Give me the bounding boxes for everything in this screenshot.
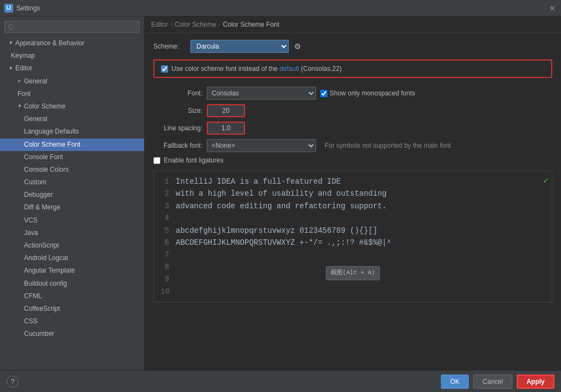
- size-input[interactable]: [207, 104, 245, 117]
- line-spacing-input[interactable]: [207, 122, 245, 135]
- sidebar-item-console-colors[interactable]: Console Colors: [0, 164, 144, 176]
- sidebar-item-label: Console Colors: [24, 165, 69, 175]
- preview-wrapper: ✓ 1IntelliJ IDEA is a full-featured IDE2…: [153, 171, 552, 303]
- line-number: 10: [160, 286, 170, 298]
- sidebar-item-label: Language Defaults: [24, 126, 79, 137]
- sidebar: ▼Appearance & BehaviorKeymap▼Editor►Gene…: [0, 16, 145, 370]
- expand-triangle-icon: ▼: [9, 65, 13, 73]
- apply-button[interactable]: Apply: [517, 375, 554, 389]
- scheme-label: Scheme:: [153, 43, 186, 50]
- line-number: 6: [160, 237, 169, 249]
- sidebar-item-label: CSS: [24, 316, 38, 327]
- sidebar-item-editor[interactable]: ▼Editor: [0, 62, 144, 75]
- sidebar-item-label: CoffeeScript: [24, 304, 60, 314]
- sidebar-item-appearance-behavior[interactable]: ▼Appearance & Behavior: [0, 37, 144, 50]
- sidebar-item-label: Android Logcat: [24, 253, 68, 263]
- ok-button[interactable]: OK: [441, 375, 469, 389]
- preview-line: 6ABCDEFGHIJKLMNOPQRSTUVWXYZ +-*/= .,;:!?…: [160, 237, 545, 249]
- preview-line: 7: [160, 249, 545, 261]
- sidebar-item-console-font[interactable]: Console Font: [0, 151, 144, 164]
- help-button[interactable]: ?: [7, 376, 19, 388]
- sidebar-item-keymap[interactable]: Keymap: [0, 50, 144, 62]
- fallback-font-label: Fallback font:: [153, 142, 202, 149]
- preview-line: 4: [160, 212, 545, 224]
- use-font-checkbox[interactable]: [161, 65, 168, 73]
- line-number: 5: [160, 225, 169, 237]
- title-bar-left: IJ Settings: [4, 4, 40, 13]
- sidebar-item-language-defaults[interactable]: Language Defaults: [0, 125, 144, 138]
- sidebar-item-label: Custom: [24, 177, 46, 188]
- sidebar-item-diff-merge[interactable]: Diff & Merge: [0, 201, 144, 214]
- sidebar-item-cfml[interactable]: CFML: [0, 290, 144, 303]
- sidebar-item-cucumber[interactable]: Cucumber: [0, 328, 144, 340]
- sidebar-item-css[interactable]: CSS: [0, 315, 144, 328]
- line-number: 1: [160, 176, 169, 188]
- sidebar-item-font[interactable]: Font: [0, 88, 144, 100]
- sidebar-item-color-scheme-font[interactable]: Color Scheme Font: [0, 138, 144, 151]
- line-number: 4: [160, 212, 169, 224]
- line-code: abcdefghijklmnopqrstuvwxyz 0123456789 ()…: [176, 225, 378, 237]
- line-number: 2: [160, 188, 169, 200]
- preview-area: ✓ 1IntelliJ IDEA is a full-featured IDE2…: [153, 171, 552, 303]
- line-number: 8: [160, 261, 169, 273]
- close-button[interactable]: ✕: [548, 4, 557, 13]
- button-group: OK Cancel Apply: [441, 375, 554, 389]
- line-number: 3: [160, 200, 169, 212]
- content-area: Editor › Color Scheme › Color Scheme Fon…: [145, 16, 561, 370]
- line-number: 9: [160, 273, 169, 285]
- bottom-bar: ? OK Cancel Apply: [0, 370, 561, 392]
- sidebar-item-vcs[interactable]: VCS: [0, 214, 144, 227]
- sidebar-item-custom[interactable]: Custom: [0, 176, 144, 189]
- use-font-label: Use color scheme font instead of the def…: [171, 65, 342, 73]
- sidebar-item-buildout-config[interactable]: Buildout config: [0, 278, 144, 290]
- use-font-box: Use color scheme font instead of the def…: [153, 59, 552, 78]
- preview-line: 3advanced code editing and refactoring s…: [160, 200, 545, 212]
- sidebar-item-label: Color Scheme: [24, 101, 65, 112]
- size-row: Size:: [153, 104, 552, 117]
- enable-ligatures-row: Enable font ligatures: [153, 156, 552, 164]
- sidebar-item-label: General: [24, 76, 47, 87]
- sidebar-item-label: Angular Template: [24, 266, 75, 276]
- cancel-button[interactable]: Cancel: [473, 375, 512, 389]
- line-code: advanced code editing and refactoring su…: [176, 200, 386, 212]
- sidebar-item-android-logcat[interactable]: Android Logcat: [0, 252, 144, 264]
- breadcrumb-color-scheme: Color Scheme: [175, 21, 216, 28]
- app-icon: IJ: [4, 4, 13, 13]
- sidebar-item-label: Cucumber: [24, 329, 54, 339]
- breadcrumb: Editor › Color Scheme › Color Scheme Fon…: [145, 16, 561, 33]
- sidebar-item-label: Diff & Merge: [24, 202, 60, 213]
- sidebar-item-label: Keymap: [11, 51, 35, 61]
- sidebar-item-angular-template[interactable]: Angular Template: [0, 264, 144, 277]
- monospaced-checkbox[interactable]: [320, 90, 327, 97]
- expand-triangle-icon: ►: [17, 78, 22, 85]
- ligatures-checkbox[interactable]: [153, 157, 160, 164]
- font-select[interactable]: Consolas: [207, 87, 316, 100]
- gear-button[interactable]: ⚙: [293, 41, 302, 52]
- sidebar-item-java[interactable]: Java: [0, 227, 144, 239]
- use-font-suffix: (Consolas,22): [301, 65, 342, 73]
- search-input[interactable]: [4, 21, 140, 33]
- sidebar-item-color-scheme-general[interactable]: General: [0, 113, 144, 125]
- font-label: Font:: [153, 89, 202, 97]
- sidebar-item-coffeescript[interactable]: CoffeeScript: [0, 303, 144, 315]
- fallback-font-select[interactable]: <None>: [207, 139, 316, 152]
- sidebar-search-container: [0, 19, 144, 35]
- scheme-select[interactable]: Darcula Default High Contrast: [190, 40, 289, 53]
- default-link[interactable]: default: [279, 65, 299, 73]
- tooltip-popup: 截图(Alt + A): [326, 266, 380, 280]
- sidebar-item-label: Buildout config: [24, 279, 67, 289]
- sidebar-items-list: ▼Appearance & BehaviorKeymap▼Editor►Gene…: [0, 37, 144, 341]
- sidebar-item-label: ActionScript: [24, 240, 59, 251]
- fallback-note: For symbols not supported by the main fo…: [325, 142, 451, 149]
- sidebar-item-color-scheme[interactable]: ▼Color Scheme: [0, 100, 144, 113]
- sidebar-item-actionscript[interactable]: ActionScript: [0, 239, 144, 252]
- line-code: with a high level of usability and outst…: [176, 188, 386, 200]
- sidebar-item-general[interactable]: ►General: [0, 75, 144, 88]
- expand-triangle-icon: ▼: [17, 103, 22, 110]
- sidebar-item-label: Java: [24, 228, 38, 238]
- font-row: Font: Consolas Show only monospaced font…: [153, 87, 552, 100]
- monospaced-label: Show only monospaced fonts: [320, 89, 415, 97]
- breadcrumb-editor: Editor: [151, 21, 168, 28]
- sidebar-item-debugger[interactable]: Debugger: [0, 189, 144, 201]
- checkmark-icon: ✓: [543, 174, 548, 189]
